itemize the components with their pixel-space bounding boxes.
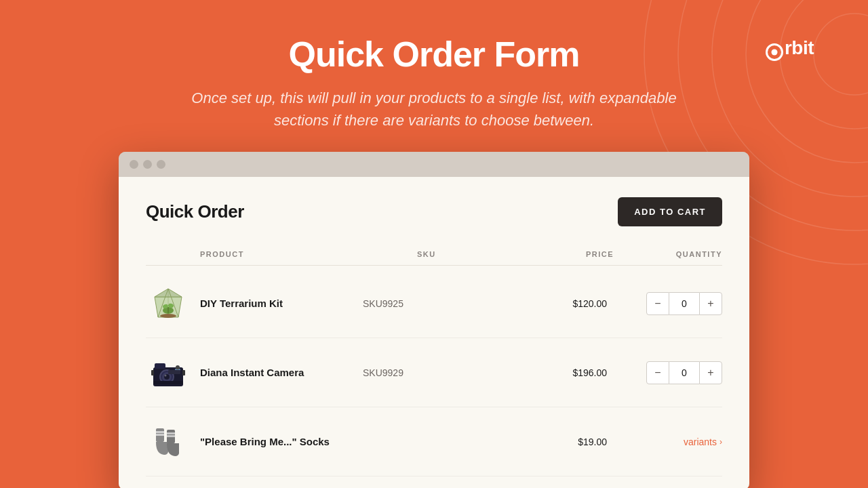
svg-rect-33 [167,435,175,437]
svg-point-20 [164,374,166,376]
page-subtitle: Once set up, this will pull in your prod… [176,87,692,131]
col-price-header: PRICE [526,250,614,258]
quantity-control-1: − 0 + [614,292,722,315]
product-image-terrarium [146,281,190,325]
qty-increase-1[interactable]: + [699,292,722,315]
product-name-1: DIY Terrarium Kit [200,298,363,309]
svg-rect-30 [156,434,164,436]
browser-dot-red [130,160,138,169]
product-image-camera [146,350,190,394]
browser-dot-green [157,160,165,169]
product-sku-1: SKU9925 [363,298,526,309]
qty-decrease-2[interactable]: − [646,361,669,384]
col-quantity-header: QUANTITY [614,250,722,258]
order-header: Quick Order ADD TO CART [146,197,722,226]
svg-rect-29 [156,431,164,433]
svg-rect-21 [155,363,165,369]
add-to-cart-button[interactable]: ADD TO CART [618,197,722,226]
variants-label: variants [684,436,717,447]
browser-window: Quick Order ADD TO CART PRODUCT SKU PRIC… [119,152,749,488]
qty-value-2: 0 [669,361,699,384]
table-row: "Please Bring Me..." Socks $19.00 varian… [146,407,722,476]
variants-link-3[interactable]: variants › [614,436,722,447]
quantity-control-2: − 0 + [614,361,722,384]
header-section: Quick Order Form Once set up, this will … [176,34,692,131]
svg-rect-25 [151,370,154,375]
svg-point-23 [176,365,180,369]
svg-rect-24 [153,381,183,384]
product-table: PRODUCT SKU PRICE QUANTITY [146,250,722,476]
table-row: Diana Instant Camera SKU9929 $196.00 − 0… [146,338,722,407]
table-header: PRODUCT SKU PRICE QUANTITY [146,250,722,266]
qty-increase-2[interactable]: + [699,361,722,384]
variants-arrow-icon: › [719,437,722,447]
product-sku-2: SKU9929 [363,367,526,378]
product-price-2: $196.00 [526,367,614,378]
product-image-socks [146,420,190,464]
browser-dot-yellow [143,160,152,169]
svg-rect-26 [182,370,185,375]
svg-rect-32 [167,432,175,434]
svg-point-15 [160,314,176,318]
browser-content: Quick Order ADD TO CART PRODUCT SKU PRIC… [119,177,749,488]
col-product-header: PRODUCT [200,250,417,258]
product-name-2: Diana Instant Camera [200,367,363,378]
qty-value-1: 0 [669,292,699,315]
order-title: Quick Order [146,201,244,222]
product-price-1: $120.00 [526,298,614,309]
qty-decrease-1[interactable]: − [646,292,669,315]
page-title: Quick Order Form [176,34,692,75]
svg-rect-27 [168,370,180,374]
browser-bar [119,152,749,177]
product-price-3: $19.00 [526,436,614,447]
col-sku-header: SKU [417,250,526,258]
product-name-3: "Please Bring Me..." Socks [200,436,363,447]
table-row: DIY Terrarium Kit SKU9925 $120.00 − 0 + [146,269,722,338]
